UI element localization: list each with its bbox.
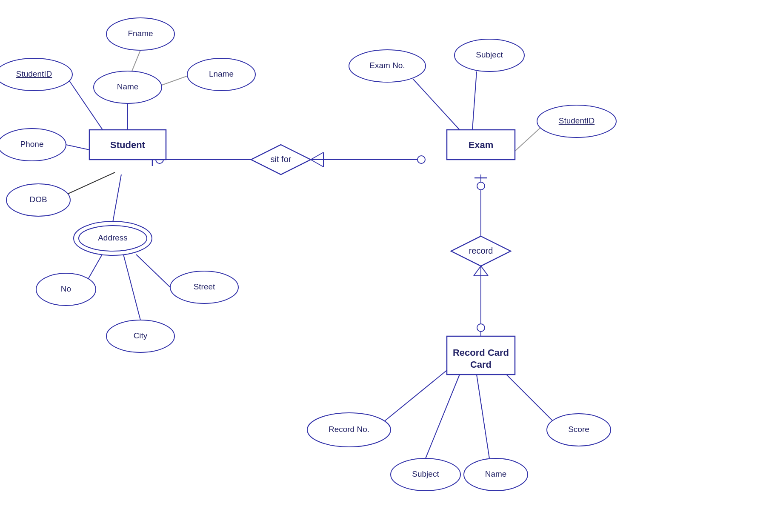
conn-score-rc	[502, 370, 553, 421]
attr-lname-label: Lname	[209, 69, 234, 78]
attr-subject-rc-label: Subject	[412, 469, 439, 478]
circle-rc-top	[477, 324, 485, 332]
circle-exam-bottom	[477, 182, 485, 190]
attr-street-label: Street	[194, 282, 215, 291]
conn-fname-name	[132, 50, 140, 71]
rel-record-label: record	[469, 246, 493, 255]
attr-phone-label: Phone	[20, 140, 44, 149]
entity-record-card-label2: Card	[470, 359, 492, 370]
crowfoot-rc1	[474, 266, 481, 276]
attr-dob-label: DOB	[29, 195, 47, 204]
conn-studentid2-exam	[515, 128, 540, 151]
attr-subject-exam-label: Subject	[476, 50, 503, 59]
attr-name-rc-label: Name	[485, 469, 507, 478]
attr-examno-label: Exam No.	[369, 61, 405, 70]
rel-sit-for-label: sit for	[271, 154, 292, 164]
attr-address-label: Address	[98, 233, 128, 242]
conn-dob-student	[62, 172, 115, 197]
attr-fname-label: Fname	[128, 29, 153, 38]
conn-address-student	[113, 174, 121, 222]
attr-name-label: Name	[117, 82, 139, 91]
attr-city-label: City	[134, 331, 148, 340]
conn-subject-rc	[426, 375, 460, 458]
attr-no-label: No	[61, 284, 71, 293]
conn-subject-exam	[472, 72, 477, 130]
conn-name-rc	[477, 375, 489, 458]
entity-record-card-label: Record Card	[453, 347, 509, 358]
circle-exam-side	[417, 156, 425, 163]
crowfoot1	[311, 152, 323, 160]
entity-exam-label: Exam	[469, 140, 494, 150]
attr-recordno-label: Record No.	[329, 425, 369, 434]
conn-examno-exam	[413, 79, 460, 130]
attr-studentid-label: StudentID	[16, 69, 52, 78]
conn-city-address	[123, 255, 140, 320]
attr-score-label: Score	[568, 425, 589, 434]
conn-recordno-rc	[380, 370, 447, 425]
er-diagram: Student Exam Record Card Card sit for re…	[0, 0, 766, 532]
crowfoot2	[311, 160, 323, 167]
crowfoot-rc2	[481, 266, 488, 276]
attr-studentid2-label: StudentID	[559, 116, 595, 125]
conn-street-address	[136, 255, 170, 287]
entity-student-label: Student	[110, 140, 146, 150]
